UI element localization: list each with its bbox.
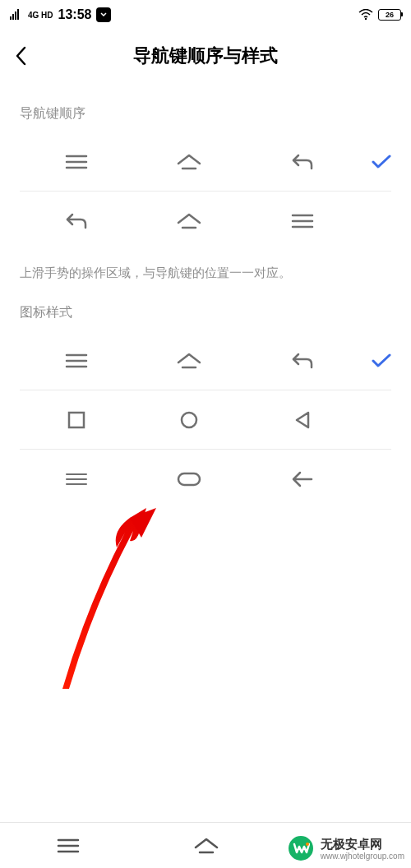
order-option-1[interactable] bbox=[20, 132, 391, 192]
watermark-text-group: 无极安卓网 www.wjhotelgroup.com bbox=[321, 837, 404, 861]
arrow-back-icon bbox=[246, 471, 359, 487]
watermark-logo bbox=[286, 833, 316, 863]
svg-rect-18 bbox=[178, 473, 200, 485]
home-icon bbox=[133, 212, 247, 230]
wifi-icon bbox=[358, 9, 373, 21]
pill-home-icon bbox=[133, 472, 247, 487]
check-icon bbox=[359, 353, 391, 368]
status-bar: 4G HD 13:58 26 bbox=[0, 0, 411, 30]
back-icon bbox=[20, 212, 133, 230]
network-label: 4G HD bbox=[28, 11, 53, 20]
home-icon bbox=[133, 153, 247, 171]
battery-indicator: 26 bbox=[378, 9, 401, 21]
annotation-arrow bbox=[58, 508, 164, 697]
square-icon bbox=[20, 411, 133, 429]
watermark: 无极安卓网 www.wjhotelgroup.com bbox=[286, 833, 404, 863]
triangle-back-icon bbox=[246, 410, 359, 430]
status-right: 26 bbox=[358, 9, 401, 21]
nav-home-button[interactable] bbox=[193, 837, 219, 855]
page-title: 导航键顺序与样式 bbox=[133, 44, 278, 68]
recents-icon bbox=[20, 353, 133, 369]
svg-point-14 bbox=[182, 413, 196, 427]
recents-icon bbox=[20, 154, 133, 170]
back-button[interactable] bbox=[15, 46, 26, 66]
style-option-2[interactable] bbox=[20, 390, 391, 450]
style-section-label: 图标样式 bbox=[0, 281, 411, 331]
svg-point-23 bbox=[306, 843, 309, 846]
recents-lines-icon bbox=[20, 473, 133, 486]
circle-icon bbox=[133, 410, 247, 430]
style-options bbox=[0, 331, 411, 509]
svg-rect-13 bbox=[69, 413, 84, 427]
order-section-label: 导航键顺序 bbox=[0, 82, 411, 132]
order-options bbox=[0, 132, 411, 251]
nav-recents-button[interactable] bbox=[57, 838, 80, 854]
watermark-domain: www.wjhotelgroup.com bbox=[321, 852, 404, 861]
home-icon bbox=[133, 352, 247, 370]
style-option-1[interactable] bbox=[20, 331, 391, 390]
order-option-2[interactable] bbox=[20, 192, 391, 251]
check-icon bbox=[359, 155, 391, 169]
network-indicator bbox=[10, 9, 23, 21]
back-icon bbox=[246, 153, 359, 171]
back-icon bbox=[246, 352, 359, 370]
recents-icon bbox=[246, 213, 359, 229]
svg-point-0 bbox=[365, 18, 367, 20]
header: 导航键顺序与样式 bbox=[0, 30, 411, 82]
clock: 13:58 bbox=[58, 7, 92, 22]
order-hint: 上滑手势的操作区域，与导航键的位置一一对应。 bbox=[0, 251, 411, 281]
status-left: 4G HD 13:58 bbox=[10, 7, 111, 22]
watermark-brand: 无极安卓网 bbox=[321, 837, 404, 852]
notification-icon bbox=[96, 7, 111, 22]
style-option-3[interactable] bbox=[20, 450, 391, 509]
